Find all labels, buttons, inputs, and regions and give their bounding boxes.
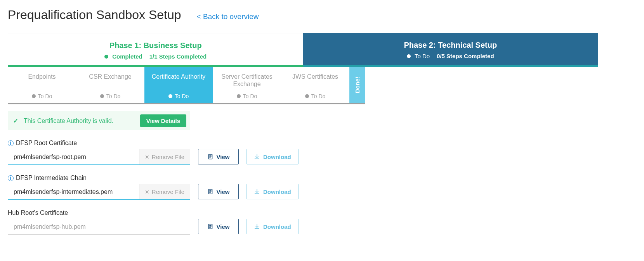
hub-root-view-button[interactable]: View — [198, 219, 239, 234]
dfsp-intermediate-filename: pm4mlsenderfsp-intermediates.pem — [8, 184, 139, 199]
hub-root-filename: pm4mlsenderfsp-hub.pem — [8, 219, 190, 234]
dfsp-root-download-button[interactable]: Download — [246, 149, 299, 164]
tab-server-certs[interactable]: Server Certificates Exchange To Do — [213, 67, 281, 103]
phase-1-status: Completed — [112, 53, 142, 60]
tab-ca-status: To Do — [175, 93, 189, 99]
tab-certificate-authority[interactable]: Certificate Authority To Do — [144, 67, 213, 103]
download-icon — [254, 154, 260, 160]
view-label: View — [217, 154, 230, 160]
download-icon — [254, 188, 260, 195]
document-icon — [207, 223, 214, 230]
document-icon — [207, 188, 214, 195]
tab-csr-exchange[interactable]: CSR Exchange To Do — [76, 67, 144, 103]
checkmark-icon: ✓ — [13, 117, 18, 124]
dfsp-intermediate-remove-button[interactable]: ✕ Remove File — [139, 184, 190, 199]
close-icon: ✕ — [145, 189, 149, 195]
status-dot-icon — [168, 94, 172, 98]
validity-banner: ✓ This Certificate Authority is valid. V… — [8, 111, 190, 130]
close-icon: ✕ — [145, 154, 149, 160]
phase-2-status: To Do — [415, 53, 430, 59]
dfsp-root-label: DFSP Root Certificate — [16, 140, 77, 147]
view-label: View — [217, 188, 230, 195]
tab-ca-label: Certificate Authority — [148, 73, 210, 80]
remove-label: Remove File — [152, 154, 184, 160]
tab-endpoints-status: To Do — [38, 93, 52, 99]
dfsp-intermediate-download-button[interactable]: Download — [246, 184, 299, 199]
tab-server-certs-label: Server Certificates Exchange — [216, 73, 278, 88]
validity-text: This Certificate Authority is valid. — [24, 118, 113, 124]
dfsp-root-filename: pm4mlsenderfsp-root.pem — [8, 149, 139, 164]
tab-endpoints[interactable]: Endpoints To Do — [8, 67, 76, 103]
view-label: View — [217, 223, 230, 230]
phase-2-steps: 0/5 Steps Completed — [437, 53, 494, 59]
document-icon — [207, 154, 214, 160]
phase-2-title: Phase 2: Technical Setup — [307, 41, 594, 50]
phase-1-title: Phase 1: Business Setup — [12, 41, 299, 50]
dfsp-root-view-button[interactable]: View — [198, 149, 239, 164]
tab-jws-certs[interactable]: JWS Certificates To Do — [281, 67, 349, 103]
info-icon[interactable]: i — [8, 175, 14, 181]
hub-root-file-box: pm4mlsenderfsp-hub.pem — [8, 219, 190, 235]
remove-label: Remove File — [152, 188, 184, 195]
tab-endpoints-label: Endpoints — [11, 73, 73, 80]
dfsp-root-remove-button[interactable]: ✕ Remove File — [139, 149, 190, 164]
view-details-button[interactable]: View Details — [140, 114, 186, 127]
info-icon[interactable]: i — [8, 140, 14, 146]
hub-root-download-button[interactable]: Download — [246, 219, 299, 234]
tab-server-certs-status: To Do — [243, 93, 257, 99]
status-dot-icon — [305, 94, 309, 98]
dfsp-root-file-box: pm4mlsenderfsp-root.pem ✕ Remove File — [8, 149, 190, 165]
tab-jws-status: To Do — [311, 93, 326, 99]
completed-dot-icon — [104, 55, 108, 59]
dfsp-intermediate-label: DFSP Intermediate Chain — [16, 175, 87, 181]
phase-2-tab[interactable]: Phase 2: Technical Setup To Do 0/5 Steps… — [303, 33, 598, 67]
back-to-overview-link[interactable]: < Back to overview — [197, 12, 259, 21]
todo-dot-icon — [407, 54, 411, 58]
dfsp-intermediate-file-box: pm4mlsenderfsp-intermediates.pem ✕ Remov… — [8, 184, 190, 200]
tab-csr-status: To Do — [106, 93, 121, 99]
download-icon — [254, 223, 260, 230]
phase-1-steps: 1/1 Steps Completed — [149, 53, 207, 60]
page-title: Prequalification Sandbox Setup — [8, 8, 181, 22]
tab-jws-label: JWS Certificates — [284, 73, 346, 80]
status-dot-icon — [237, 94, 241, 98]
dfsp-intermediate-view-button[interactable]: View — [198, 184, 239, 199]
phase-1-tab[interactable]: Phase 1: Business Setup Completed 1/1 St… — [8, 33, 303, 67]
download-label: Download — [263, 188, 291, 195]
status-dot-icon — [100, 94, 104, 98]
hub-root-label: Hub Root's Certificate — [8, 209, 68, 216]
status-dot-icon — [32, 94, 36, 98]
tab-done[interactable]: Done! — [349, 67, 365, 103]
download-label: Download — [263, 223, 291, 230]
tab-csr-label: CSR Exchange — [79, 73, 141, 80]
download-label: Download — [263, 154, 291, 160]
